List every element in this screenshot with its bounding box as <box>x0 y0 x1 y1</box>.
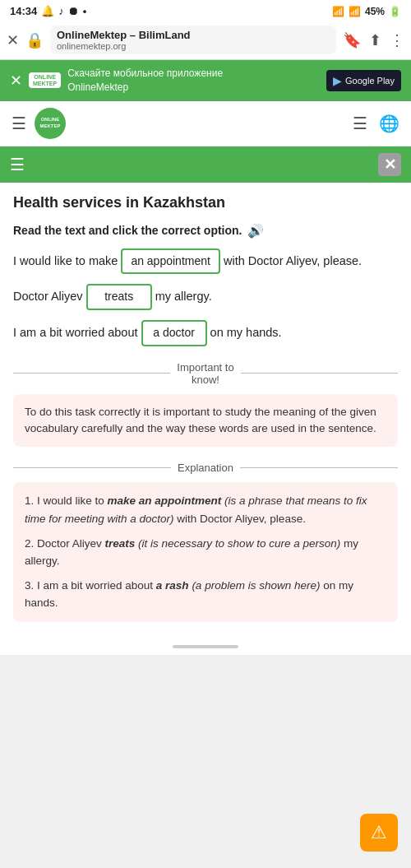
answer-box-3[interactable]: a doctor <box>141 320 207 346</box>
share-icon[interactable]: ⬆ <box>369 31 381 49</box>
google-play-button[interactable]: ▶ Google Play <box>326 70 401 91</box>
promo-banner: ✕ ONLINE MEKTEP Скачайте мобильное прило… <box>0 60 411 101</box>
answer-box-1[interactable]: an appointment <box>121 248 220 275</box>
page-title: Health services in Kazakhstan <box>13 194 398 211</box>
time: 14:34 <box>10 5 37 17</box>
close-button[interactable]: ✕ <box>378 153 401 176</box>
status-left: 14:34 🔔 ♪ ⏺ • <box>10 5 86 17</box>
notification-icon: 🔔 <box>41 5 54 17</box>
browser-url: onlinemektep.org <box>57 41 330 51</box>
nav-right: ☰ 🌐 <box>353 114 399 133</box>
warning-icon: ⚠ <box>371 822 387 843</box>
status-bar: 14:34 🔔 ♪ ⏺ • 📶 📶 45% 🔋 <box>0 0 411 21</box>
bottom-indicator <box>173 645 238 648</box>
explanation-line-left <box>13 467 171 468</box>
explanation-divider: Explanation <box>13 462 398 474</box>
browser-bar: ✕ 🔒 OnlineMektep – BilimLand onlinemekte… <box>0 21 411 60</box>
green-strip: ☰ ✕ <box>0 146 411 183</box>
battery-icon: 🔋 <box>389 6 401 17</box>
important-label: Important toknow! <box>177 361 233 386</box>
dot: • <box>83 5 87 17</box>
battery-label: 45% <box>365 6 385 17</box>
lock-icon: 🔒 <box>25 31 44 49</box>
nav-left: ☰ ONLINE MEKTEP <box>12 108 66 139</box>
wifi-icon: 📶 <box>332 6 344 17</box>
play-icon: ▶ <box>333 74 342 87</box>
sentence-1: I would like to make an appointment with… <box>13 248 398 275</box>
task-instruction: Read the text and click the correct opti… <box>13 223 398 239</box>
bottom-bar <box>0 638 411 655</box>
menu-icon[interactable]: ☰ <box>10 155 25 174</box>
nav-bar: ☰ ONLINE MEKTEP ☰ 🌐 <box>0 101 411 146</box>
signal-icon: 📶 <box>349 6 361 17</box>
record-icon: ⏺ <box>68 5 79 17</box>
explanation-label: Explanation <box>178 462 233 474</box>
list-view-icon[interactable]: ☰ <box>353 114 367 133</box>
bookmark-icon[interactable]: 🔖 <box>343 31 361 49</box>
main-content: Health services in Kazakhstan Read the t… <box>0 183 411 638</box>
audio-icon[interactable]: 🔊 <box>247 223 264 239</box>
answer-box-2[interactable]: treats <box>86 284 152 310</box>
explanation-item-3: 3. I am a bit worried about a rash (a pr… <box>25 577 386 612</box>
globe-icon[interactable]: 🌐 <box>379 114 399 133</box>
content: ☰ ✕ Health services in Kazakhstan Read t… <box>0 146 411 638</box>
more-icon[interactable]: ⋮ <box>390 31 404 49</box>
status-right: 📶 📶 45% 🔋 <box>332 6 401 17</box>
close-tab-button[interactable]: ✕ <box>7 31 19 49</box>
explanation-line-right <box>240 467 398 468</box>
explanation-item-1: 1. I would like to make an appointment (… <box>25 492 386 527</box>
browser-title: OnlineMektep – BilimLand <box>57 29 330 41</box>
browser-icons: 🔖 ⬆ ⋮ <box>343 31 404 49</box>
divider-line-left <box>13 373 170 374</box>
promo-text: Скачайте мобильное приложение OnlineMekt… <box>67 67 223 95</box>
explanation-item-2: 2. Doctor Aliyev treats (it is necessary… <box>25 535 386 570</box>
sentence-2: Doctor Aliyev treats my allergy. <box>13 284 398 310</box>
divider-line-right <box>241 373 398 374</box>
warning-fab-button[interactable]: ⚠ <box>360 814 398 852</box>
close-promo-button[interactable]: ✕ <box>10 72 22 90</box>
important-divider: Important toknow! <box>13 361 398 386</box>
site-logo: ONLINE MEKTEP <box>35 108 66 139</box>
promo-left: ✕ ONLINE MEKTEP Скачайте мобильное прило… <box>10 67 223 95</box>
sentence-3: I am a bit worried about a doctor on my … <box>13 320 398 346</box>
explanation-box: 1. I would like to make an appointment (… <box>13 482 398 622</box>
tiktok-icon: ♪ <box>58 5 64 17</box>
promo-logo: ONLINE MEKTEP <box>29 72 61 88</box>
url-box[interactable]: OnlineMektep – BilimLand onlinemektep.or… <box>50 26 336 54</box>
important-box: To do this task correctly it is importan… <box>13 394 398 448</box>
hamburger-menu-icon[interactable]: ☰ <box>12 114 26 133</box>
